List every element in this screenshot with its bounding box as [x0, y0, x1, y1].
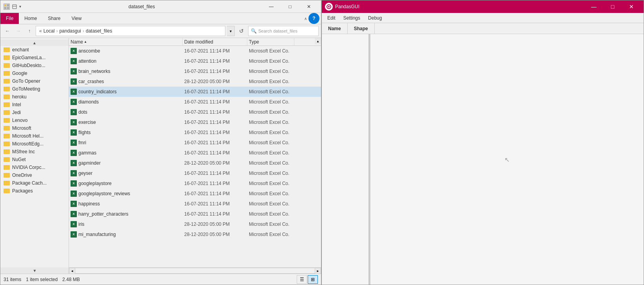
sidebar-item-microsoft[interactable]: Microsoft — [0, 124, 69, 132]
folder-icon — [4, 102, 10, 107]
sidebar-item-githubdesktop[interactable]: GitHubDeskto... — [0, 62, 69, 69]
excel-icon: X — [71, 68, 77, 74]
col-header-name[interactable]: Name ▲ — [69, 38, 183, 45]
scroll-left-button[interactable]: ◄ — [69, 268, 75, 274]
sidebar-item-msfree[interactable]: MSfree Inc — [0, 148, 69, 156]
path-dataset-files[interactable]: dataset_files — [86, 28, 112, 34]
menu-debug[interactable]: Debug — [364, 13, 386, 23]
sidebar-item-gotoopener[interactable]: GoTo Opener — [0, 77, 69, 85]
folder-icon — [4, 79, 10, 84]
file-row-gapminder[interactable]: X gapminder 28-12-2020 05:00 PM Microsof… — [69, 158, 321, 168]
ribbon-expand-icon[interactable]: ∧ — [304, 16, 307, 21]
path-local[interactable]: Local — [44, 28, 55, 34]
file-row-iris[interactable]: X iris 28-12-2020 05:00 PM Microsoft Exc… — [69, 219, 321, 229]
tab-view[interactable]: View — [66, 13, 87, 24]
pandas-minimize-button[interactable]: — — [585, 0, 603, 13]
explorer-title: dataset_files — [21, 4, 262, 9]
file-name-cell: X mi_manufacturing — [69, 231, 183, 238]
sidebar-item-packagecache[interactable]: Package Cach... — [0, 179, 69, 187]
file-row-diamonds[interactable]: X diamonds 16-07-2021 11:14 PM Microsoft… — [69, 97, 321, 107]
tab-home[interactable]: Home — [19, 13, 42, 24]
sidebar-item-intel[interactable]: Intel — [0, 101, 69, 109]
tab-file[interactable]: File — [0, 13, 19, 24]
sidebar-item-jedi[interactable]: Jedi — [0, 109, 69, 116]
scroll-right-button[interactable]: ► — [315, 268, 321, 274]
file-name: fmri — [78, 140, 86, 145]
file-type: Microsoft Excel Co. — [247, 160, 294, 166]
sidebar-item-nvidia[interactable]: NVIDIA Corpc... — [0, 163, 69, 171]
file-name-cell: X car_crashes — [69, 78, 183, 85]
file-row-dots[interactable]: X dots 16-07-2021 11:14 PM Microsoft Exc… — [69, 107, 321, 117]
back-button[interactable]: ← — [3, 26, 12, 36]
sidebar-item-enchant[interactable]: enchant — [0, 46, 69, 54]
sidebar-item-epicgames[interactable]: EpicGamesLa... — [0, 54, 69, 62]
file-row-gammas[interactable]: X gammas 16-07-2021 11:14 PM Microsoft E… — [69, 148, 321, 158]
file-name: car_crashes — [78, 79, 104, 84]
sidebar-item-packages[interactable]: Packages — [0, 187, 69, 195]
forward-button[interactable]: → — [14, 26, 23, 36]
minimize-button[interactable]: — — [262, 0, 280, 13]
file-row-anscombe[interactable]: X anscombe 16-07-2021 11:14 PM Microsoft… — [69, 46, 321, 56]
list-view-button[interactable]: ☰ — [297, 275, 307, 284]
file-date: 16-07-2021 11:14 PM — [183, 89, 247, 94]
ribbon-tabs: File Home Share View ∧ ? — [0, 13, 321, 24]
file-row-mi-manufacturing[interactable]: X mi_manufacturing 28-12-2020 05:00 PM M… — [69, 229, 321, 240]
pandas-col-name[interactable]: Name — [322, 23, 348, 34]
tab-share[interactable]: Share — [42, 13, 66, 24]
sidebar-item-lenovo[interactable]: Lenovo — [0, 116, 69, 124]
file-row-fmri[interactable]: X fmri 16-07-2021 11:14 PM Microsoft Exc… — [69, 138, 321, 148]
path-chevron[interactable]: « — [39, 28, 42, 34]
file-list: X anscombe 16-07-2021 11:14 PM Microsoft… — [69, 46, 321, 267]
col-header-type[interactable]: Type — [247, 38, 294, 45]
selected-count: 1 item selected — [26, 277, 58, 282]
grid-view-button[interactable]: ⊞ — [308, 275, 318, 284]
file-row-flights[interactable]: X flights 16-07-2021 11:14 PM Microsoft … — [69, 127, 321, 138]
sidebar-label: Google — [12, 71, 27, 76]
up-button[interactable]: ↑ — [25, 26, 34, 36]
scrollbar-track[interactable] — [75, 268, 315, 274]
scroll-up-button[interactable]: ▲ — [315, 38, 321, 44]
maximize-button[interactable]: □ — [281, 0, 299, 13]
svg-rect-1 — [7, 4, 9, 6]
file-row-harry-potter[interactable]: X harry_potter_characters 16-07-2021 11:… — [69, 209, 321, 219]
file-name-cell: X googleplaystore — [69, 180, 183, 187]
refresh-button[interactable]: ↺ — [236, 26, 247, 36]
pandas-close-button[interactable]: ✕ — [622, 0, 640, 13]
menu-edit[interactable]: Edit — [323, 13, 339, 23]
pandas-maximize-button[interactable]: □ — [604, 0, 622, 13]
close-button[interactable]: ✕ — [300, 0, 318, 13]
file-row-attention[interactable]: X attention 16-07-2021 11:14 PM Microsof… — [69, 56, 321, 66]
file-row-country-indicators[interactable]: X country_indicators 16-07-2021 11:14 PM… — [69, 87, 321, 97]
sidebar-scroll-up[interactable]: ▲ — [0, 40, 69, 46]
pandas-col-shape[interactable]: Shape — [348, 23, 375, 34]
sidebar-item-onedrive[interactable]: OneDrive — [0, 171, 69, 179]
file-row-googleplaystore-reviews[interactable]: X googleplaystore_reviews 16-07-2021 11:… — [69, 189, 321, 199]
sidebar-label: NVIDIA Corpc... — [12, 165, 45, 170]
sidebar-item-nuget[interactable]: NuGet — [0, 156, 69, 163]
sidebar-item-gotomeeting[interactable]: GoToMeeting — [0, 85, 69, 93]
file-row-brain-networks[interactable]: X brain_networks 16-07-2021 11:14 PM Mic… — [69, 66, 321, 76]
excel-icon: X — [71, 201, 77, 207]
sidebar-label: MSfree Inc — [12, 149, 35, 154]
file-row-happiness[interactable]: X happiness 16-07-2021 11:14 PM Microsof… — [69, 199, 321, 209]
col-header-date[interactable]: Date modified — [183, 38, 247, 45]
path-dropdown-button[interactable]: ▾ — [227, 26, 235, 36]
file-type: Microsoft Excel Co. — [247, 140, 294, 145]
file-date: 16-07-2021 11:14 PM — [183, 99, 247, 105]
file-date: 16-07-2021 11:14 PM — [183, 69, 247, 74]
sidebar-item-microsofthelp[interactable]: Microsoft Hel... — [0, 132, 69, 140]
menu-settings[interactable]: Settings — [339, 13, 364, 23]
sidebar-item-google[interactable]: Google — [0, 69, 69, 77]
sidebar-item-heroku[interactable]: heroku — [0, 93, 69, 101]
file-row-exercise[interactable]: X exercise 16-07-2021 11:14 PM Microsoft… — [69, 117, 321, 127]
file-row-googleplaystore[interactable]: X googleplaystore 16-07-2021 11:14 PM Mi… — [69, 178, 321, 189]
help-button[interactable]: ? — [308, 13, 319, 24]
file-row-car-crashes[interactable]: X car_crashes 28-12-2020 05:00 PM Micros… — [69, 76, 321, 87]
sidebar-scroll-down[interactable]: ▼ — [0, 267, 69, 274]
file-size: 2.48 MB — [62, 277, 80, 282]
sidebar-item-microsoftedge[interactable]: MicrosoftEdg... — [0, 140, 69, 148]
file-date: 28-12-2020 05:00 PM — [183, 232, 247, 237]
path-pandasgui[interactable]: pandasgui — [59, 28, 81, 34]
excel-icon: X — [71, 170, 77, 176]
file-row-geyser[interactable]: X geyser 16-07-2021 11:14 PM Microsoft E… — [69, 168, 321, 178]
